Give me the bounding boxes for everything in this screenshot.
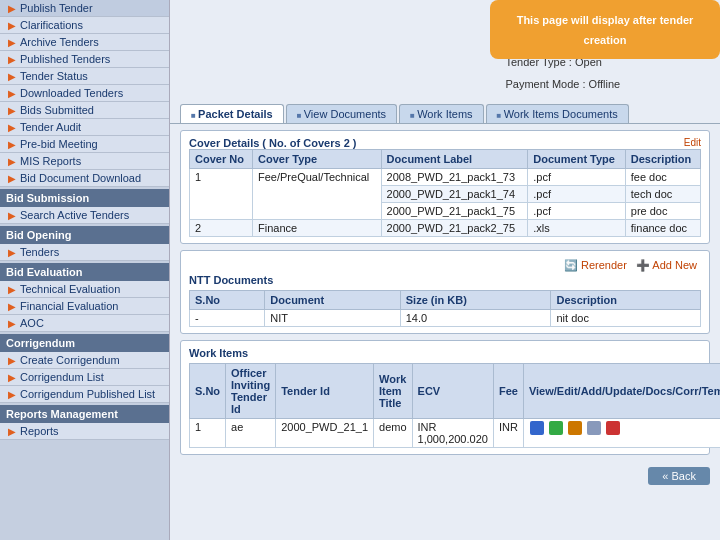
add-icon[interactable] [568,421,582,435]
back-button[interactable]: « Back [648,467,710,485]
rerender-icon: 🔄 [564,259,578,271]
arrow-icon: ▶ [8,37,16,48]
sidebar-item-tenders[interactable]: ▶ Tenders [0,244,169,261]
sidebar-item-label: Downloaded Tenders [20,87,123,99]
col-size: Size (in KB) [400,291,551,310]
sidebar-item-create-corrigendum[interactable]: ▶ Create Corrigendum [0,352,169,369]
tab-work-items-documents[interactable]: Work Items Documents [486,104,629,123]
arrow-icon: ▶ [8,122,16,133]
arrow-icon: ▶ [8,372,16,383]
sidebar-item-mis-reports[interactable]: ▶ MIS Reports [0,153,169,170]
edit-icon[interactable] [549,421,563,435]
col-document: Document [265,291,400,310]
sidebar-item-technical-evaluation[interactable]: ▶ Technical Evaluation [0,281,169,298]
ntt-documents-title: NTT Documents [189,274,701,286]
sidebar-item-bids-submitted[interactable]: ▶ Bids Submitted [0,102,169,119]
rerender-link[interactable]: 🔄 Rerender [564,259,630,271]
sidebar-item-label: Corrigendum List [20,371,104,383]
doc-type-cell: .xls [528,220,626,237]
sidebar-item-clarifications[interactable]: ▶ Clarifications [0,17,169,34]
sidebar-item-label: Tender Audit [20,121,81,133]
arrow-icon: ▶ [8,318,16,329]
sidebar-item-label: Create Corrigendum [20,354,120,366]
tab-work-items[interactable]: Work Items [399,104,483,123]
section-reports-management: Reports Management [0,405,169,423]
cover-no-cell: 1 [190,169,253,220]
delete-icon[interactable] [606,421,620,435]
ntt-action-bar: 🔄 Rerender ➕ Add New [189,257,701,274]
sidebar-item-tender-status[interactable]: ▶ Tender Status [0,68,169,85]
doc-desc-cell: finance doc [625,220,700,237]
sidebar-item-label: Pre-bid Meeting [20,138,98,150]
sidebar-item-label: AOC [20,317,44,329]
add-icon: ➕ [636,259,650,271]
tab-view-documents[interactable]: View Documents [286,104,397,123]
doc-label-cell: 2000_PWD_21_pack2_75 [381,220,528,237]
cover-type-cell: Finance [253,220,382,237]
col-tender-id: Tender Id [276,364,374,419]
sidebar-item-label: Bids Submitted [20,104,94,116]
sidebar-item-published-tenders[interactable]: ▶ Published Tenders [0,51,169,68]
section-bid-opening: Bid Opening [0,226,169,244]
sidebar-item-aoc[interactable]: ▶ AOC [0,315,169,332]
col-description: Description [625,150,700,169]
tab-packet-details[interactable]: Packet Details [180,104,284,123]
section-bid-evaluation: Bid Evaluation [0,263,169,281]
sidebar-item-downloaded-tenders[interactable]: ▶ Downloaded Tenders [0,85,169,102]
arrow-icon: ▶ [8,247,16,258]
doc-desc-cell: pre doc [625,203,700,220]
cover-details-edit-link[interactable]: Edit [684,137,701,148]
sidebar-item-label: Search Active Tenders [20,209,129,221]
desc-cell: nit doc [551,310,701,327]
fee-cell: INR [493,419,523,448]
cover-no-cell: 2 [190,220,253,237]
sidebar-item-prebid-meeting[interactable]: ▶ Pre-bid Meeting [0,136,169,153]
sidebar-item-label: Reports [20,425,59,437]
arrow-icon: ▶ [8,426,16,437]
col-document-label: Document Label [381,150,528,169]
sidebar-item-label: Corrigendum Published List [20,388,155,400]
sidebar-item-label: Tender Status [20,70,88,82]
sidebar-item-bid-document-download[interactable]: ▶ Bid Document Download [0,170,169,187]
table-row: 2 Finance 2000_PWD_21_pack2_75 .xls fina… [190,220,701,237]
col-fee: Fee [493,364,523,419]
arrow-icon: ▶ [8,71,16,82]
table-row: 1 ae 2000_PWD_21_1 demo INR 1,000,200.02… [190,419,721,448]
sidebar-item-label: Clarifications [20,19,83,31]
doc-type-cell: .pcf [528,203,626,220]
doc-type-cell: .pcf [528,169,626,186]
arrow-icon: ▶ [8,355,16,366]
col-cover-type: Cover Type [253,150,382,169]
section-bid-submission: Bid Submission [0,189,169,207]
col-document-type: Document Type [528,150,626,169]
view-icon[interactable] [530,421,544,435]
update-icon[interactable] [587,421,601,435]
sidebar-item-label: Bid Document Download [20,172,141,184]
sidebar-item-corrigendum-list[interactable]: ▶ Corrigendum List [0,369,169,386]
col-sno: S.No [190,291,265,310]
col-officer: Officer Inviting Tender Id [226,364,276,419]
sidebar-item-reports[interactable]: ▶ Reports [0,423,169,440]
sidebar-item-publish-tender[interactable]: ▶ Publish Tender [0,0,169,17]
doc-desc-cell: tech doc [625,186,700,203]
sidebar-item-label: Publish Tender [20,2,93,14]
sidebar-item-search-active-tenders[interactable]: ▶ Search Active Tenders [0,207,169,224]
cover-details-header: Cover Details ( No. of Covers 2 ) Edit [189,137,701,149]
size-cell: 14.0 [400,310,551,327]
ntt-documents-section: 🔄 Rerender ➕ Add New NTT Documents S.No … [180,250,710,334]
arrow-icon: ▶ [8,105,16,116]
arrow-icon: ▶ [8,20,16,31]
sidebar-item-label: Technical Evaluation [20,283,120,295]
ecv-cell: INR 1,000,200.020 [412,419,493,448]
col-sno: S.No [190,364,226,419]
arrow-icon: ▶ [8,156,16,167]
table-row: 1 Fee/PreQual/Technical 2008_PWD_21_pack… [190,169,701,186]
sidebar-item-corrigendum-published-list[interactable]: ▶ Corrigendum Published List [0,386,169,403]
sidebar-item-tender-audit[interactable]: ▶ Tender Audit [0,119,169,136]
add-new-link[interactable]: ➕ Add New [636,259,697,271]
sidebar-item-archive-tenders[interactable]: ▶ Archive Tenders [0,34,169,51]
sidebar-item-financial-evaluation[interactable]: ▶ Financial Evaluation [0,298,169,315]
tender-id-cell: 2000_PWD_21_1 [276,419,374,448]
col-description: Description [551,291,701,310]
ntt-documents-table: S.No Document Size (in KB) Description -… [189,290,701,327]
